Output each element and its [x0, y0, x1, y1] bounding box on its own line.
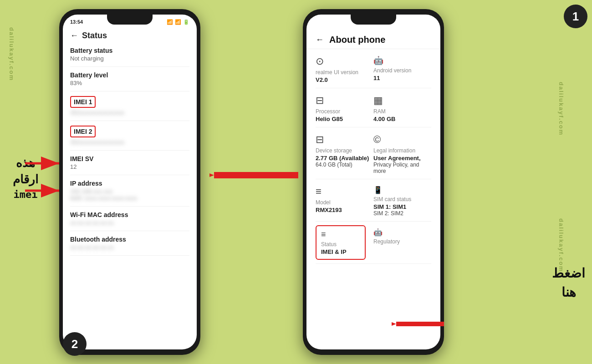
arrow-to-imei1 [25, 157, 64, 170]
left-phone: 13:54 📶 📶 🔋 ← Status Battery status Not … [59, 9, 200, 355]
imei2-box: IMEI 2 [70, 126, 96, 137]
legal-icon: © [373, 134, 431, 146]
android-icon: 🤖 [373, 56, 431, 66]
ip-address-row: IP address 192.168.xxx.xxx fe80::xxxx:xx… [70, 175, 189, 207]
bluetooth-row: Bluetooth address xx:xx:xx:xx:xx:xx [70, 231, 189, 256]
right-phone-screen: ← About phone ⊙ realme UI version V2.0 🤖… [306, 15, 440, 349]
sim-icon: 📱 [373, 186, 431, 194]
arrow-to-imei2 [25, 184, 64, 197]
bluetooth-value: xx:xx:xx:xx:xx:xx [70, 244, 189, 251]
badge-1: 1 [564, 5, 587, 28]
android-version-cell[interactable]: 🤖 Android version 11 [373, 49, 431, 88]
model-cell[interactable]: ≡ Model RMX2193 [316, 179, 373, 222]
status-icon: ≡ [321, 230, 360, 239]
imei-sv-label: IMEI SV [70, 155, 189, 162]
regulatory-icon: 🤖 [373, 228, 431, 237]
processor-cell[interactable]: ⊟ Processor Helio G85 [316, 88, 373, 127]
status-icons: 📶 📶 🔋 [167, 19, 189, 25]
arabic-annotation-right: اضغط هنا [552, 264, 585, 302]
battery-level-label: Battery level [70, 71, 189, 79]
imei-sv-row: IMEI SV 12 [70, 151, 189, 175]
storage-icon: ⊟ [316, 134, 373, 146]
ram-icon: ▦ [373, 95, 431, 106]
ip-address-label: IP address [70, 180, 189, 187]
about-header: ← About phone [306, 27, 440, 49]
status-cell-box: ≡ Status IMEI & IP [316, 225, 366, 260]
arrow-center-left [209, 162, 301, 189]
ram-cell[interactable]: ▦ RAM 4.00 GB [373, 88, 431, 127]
imei1-label: IMEI 1 [74, 98, 92, 106]
battery-status-row: Battery status Not charging [70, 42, 189, 67]
imei1-value: 352xxxxxxxxxxxxxxx [70, 109, 189, 116]
imei2-label: IMEI 2 [74, 128, 92, 135]
right-phone-notch [351, 15, 396, 25]
about-nav: ← About phone [316, 35, 431, 45]
battery-level-row: Battery level 83% [70, 67, 189, 91]
realme-icon: ⊙ [316, 56, 373, 67]
wifi-mac-row: Wi-Fi MAC address xx:xx:xx:xx:xx:xx [70, 207, 189, 231]
imei2-value: 352xxxxxxxxxxxxxxx [70, 139, 189, 146]
right-phone: ← About phone ⊙ realme UI version V2.0 🤖… [303, 9, 444, 355]
battery-icon: 🔋 [183, 19, 189, 25]
storage-cell[interactable]: ⊟ Device storage 2.77 GB (Available) 64.… [316, 127, 373, 179]
model-icon: ≡ [316, 186, 373, 197]
processor-icon: ⊟ [316, 95, 373, 106]
battery-level-value: 83% [70, 80, 189, 86]
screen-title: Status [82, 31, 107, 40]
regulatory-cell[interactable]: 🤖 Regulatory [373, 222, 431, 264]
about-grid: ⊙ realme UI version V2.0 🤖 Android versi… [306, 49, 440, 264]
about-back-button[interactable]: ← [316, 35, 324, 45]
sim-cell[interactable]: 📱 SIM card status SIM 1: SIM1 SIM 2: SIM… [373, 179, 431, 222]
ip-address-value: 192.168.xxx.xxx [70, 188, 189, 195]
battery-status-label: Battery status [70, 47, 189, 54]
ip-address-value2: fe80::xxxx:xxxx:xxxx:xxxx [70, 195, 189, 202]
imei1-box: IMEI 1 [70, 96, 96, 108]
imei1-row: IMEI 1 352xxxxxxxxxxxxxxx [70, 91, 189, 121]
back-button[interactable]: ← [70, 31, 78, 40]
imei2-row: IMEI 2 352xxxxxxxxxxxxxxx [70, 121, 189, 151]
nav-bar: ← Status [70, 27, 189, 42]
imei-sv-value: 12 [70, 163, 189, 170]
left-phone-screen: 13:54 📶 📶 🔋 ← Status Battery status Not … [63, 15, 197, 349]
signal-icon: 📶 [175, 19, 181, 25]
about-title: About phone [329, 35, 385, 45]
realme-ui-cell[interactable]: ⊙ realme UI version V2.0 [316, 49, 373, 88]
battery-status-value: Not charging [70, 55, 189, 62]
wifi-icon: 📶 [167, 19, 173, 25]
arrow-to-status [392, 315, 446, 333]
badge-2: 2 [63, 332, 87, 356]
phone-notch [107, 15, 153, 25]
wifi-mac-value: xx:xx:xx:xx:xx:xx [70, 219, 189, 226]
status-cell[interactable]: ≡ Status IMEI & IP [316, 222, 373, 264]
bluetooth-label: Bluetooth address [70, 236, 189, 243]
wifi-mac-label: Wi-Fi MAC address [70, 211, 189, 218]
time-display: 13:54 [70, 19, 83, 25]
legal-cell[interactable]: © Legal information User Agreement, Priv… [373, 127, 431, 179]
